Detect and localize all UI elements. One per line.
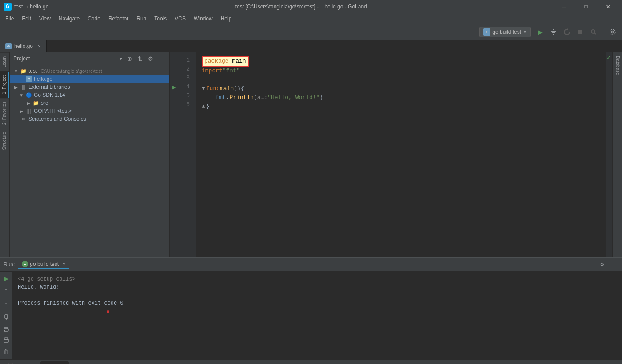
run-config-button[interactable]: ▶ go build test ▼ [479, 27, 531, 37]
window-title: test [C:\Users\tangleia\go\src\test] - .… [48, 4, 554, 10]
gutter-column: ▶ [170, 52, 179, 257]
run-output-cursor [18, 307, 617, 316]
run-wrap-btn[interactable] [1, 324, 11, 333]
tree-arrow-gopath[interactable]: ▶ [19, 108, 24, 114]
tree-item-hello-go[interactable]: ▶ G hello.go [10, 75, 169, 83]
run-scroll-up-btn[interactable]: ↑ [1, 285, 11, 295]
menu-run[interactable]: Run [133, 15, 150, 23]
run-rerun-btn[interactable]: ▶ [1, 273, 11, 283]
paren-4b: ) [237, 84, 241, 93]
menu-file[interactable]: File [2, 15, 17, 23]
menu-navigate[interactable]: Navigate [55, 15, 83, 23]
run-label: Run: [4, 261, 15, 268]
run-panel-collapse-btn[interactable]: ─ [609, 260, 618, 269]
menu-tools[interactable]: Tools [151, 15, 170, 23]
tree-item-gopath[interactable]: ▶ ||| GOPATH <test> [10, 107, 169, 115]
run-pin-btn[interactable] [1, 312, 11, 322]
tree-item-go-sdk[interactable]: ▼ 🔵 Go SDK 1.14 [10, 91, 169, 99]
menu-edit[interactable]: Edit [18, 15, 35, 23]
gutter-run-6 [170, 74, 179, 83]
run-output: <4 go setup calls> Hello, World! Process… [12, 272, 622, 359]
menu-window[interactable]: Window [190, 15, 216, 23]
panel-scroll-btn[interactable]: ⇅ [136, 54, 144, 63]
kw-func: func [206, 84, 220, 93]
tree-arrow-src[interactable]: ▶ [26, 100, 31, 106]
run-panel-settings-btn[interactable]: ⚙ [597, 260, 607, 269]
stop-button[interactable] [574, 26, 586, 38]
run-panel-actions: ⚙ ─ [597, 260, 618, 269]
menu-help[interactable]: Help [217, 15, 235, 23]
settings-button[interactable] [607, 26, 618, 38]
tree-label-ext-libs: External Libraries [28, 84, 70, 90]
svg-rect-0 [551, 31, 556, 32]
editor-content: ▶ 1 2 3 4 5 6 package main [170, 52, 612, 257]
run-scroll-down-btn[interactable]: ↓ [1, 297, 11, 306]
tree-path-test: C:\Users\tangleia\go\src\test [40, 68, 102, 74]
sidebar-tab-learn[interactable]: Learn [0, 52, 9, 71]
rerun-button[interactable] [561, 26, 573, 38]
bottom-tabs-bar: ⬛ Terminal ▶ 4: Run ☑ 6: TODO [0, 359, 622, 364]
fold-bracket-6[interactable]: ▲ [202, 102, 205, 111]
menu-bar: File Edit View Navigate Code Refactor Ru… [0, 13, 622, 24]
maximize-button[interactable]: □ [576, 1, 596, 12]
code-line-3 [202, 75, 601, 84]
cursor-dot [107, 310, 109, 313]
run-tab-close-icon[interactable]: ✕ [62, 262, 66, 267]
kw-import: import [202, 67, 223, 75]
run-output-hello: Hello, World! [18, 283, 617, 291]
tree-item-src[interactable]: ▶ 📁 src [10, 99, 169, 107]
tree-item-test-root[interactable]: ▼ 📁 test C:\Users\tangleia\go\src\test [10, 67, 169, 75]
run-tab-icon: ▶ [22, 261, 28, 267]
code-line-5: fmt . Println ( a…: "Hello, World!" ) [202, 93, 601, 102]
menu-refactor[interactable]: Refactor [105, 15, 132, 23]
run-config-icon: ▶ [483, 28, 490, 36]
minimize-button[interactable]: ─ [554, 1, 574, 12]
panel-collapse-btn[interactable]: ─ [157, 54, 166, 63]
code-editor[interactable]: package main import "fmt" ▼ func [196, 52, 606, 257]
run-print-btn[interactable] [1, 335, 11, 345]
space-4b: { [241, 84, 244, 93]
project-panel: Project ▼ ⊕ ⇅ ⚙ ─ ▼ 📁 test C:\Users\tang… [10, 52, 170, 257]
bottom-tab-terminal[interactable]: ⬛ Terminal [4, 361, 39, 364]
tree-arrow-go-sdk[interactable]: ▼ [19, 92, 24, 98]
panel-dropdown-icon[interactable]: ▼ [119, 56, 123, 61]
sidebar-tab-favorites[interactable]: 2: Favorites [0, 98, 9, 128]
menu-view[interactable]: View [36, 15, 54, 23]
str-hello: "Hello, World!" [267, 93, 319, 102]
tab-label: hello.go [14, 43, 33, 49]
run-button[interactable]: ▶ [534, 26, 546, 38]
fold-bracket-4[interactable]: ▼ [202, 84, 205, 93]
menu-code[interactable]: Code [84, 15, 104, 23]
folder-icon-src: 📁 [33, 100, 39, 106]
panel-add-btn[interactable]: ⊕ [125, 54, 134, 63]
tabs-bar: G hello.go ✕ [0, 40, 622, 52]
sidebar-tab-database[interactable]: Database [613, 52, 622, 79]
run-tab-go-build[interactable]: ▶ go build test ✕ [18, 260, 69, 269]
close-button[interactable]: ✕ [598, 1, 618, 12]
menu-vcs[interactable]: VCS [171, 15, 189, 23]
run-clear-btn[interactable]: 🗑 [1, 347, 11, 356]
sidebar-tab-project[interactable]: 1: Project [0, 71, 9, 98]
panel-settings-btn[interactable]: ⚙ [146, 54, 155, 63]
search-everywhere-button[interactable] [588, 26, 599, 38]
project-name: test [14, 4, 23, 10]
gutter-run-7[interactable]: ▶ [170, 83, 179, 91]
svg-rect-9 [5, 315, 8, 318]
tab-close-icon[interactable]: ✕ [37, 44, 41, 49]
pkg-fmt: fmt [215, 93, 226, 102]
build-button[interactable] [548, 26, 559, 38]
sidebar-tab-structure[interactable]: Structure [0, 128, 9, 154]
line-num-5: 5 [179, 91, 193, 100]
bottom-tab-todo[interactable]: ☑ 6: TODO [71, 361, 105, 364]
tree-item-external-libraries[interactable]: ▶ ||| External Libraries [10, 83, 169, 91]
tree-arrow-test[interactable]: ▼ [13, 68, 19, 74]
bottom-tab-run[interactable]: ▶ 4: Run [40, 361, 68, 364]
tree-arrow-ext-libs[interactable]: ▶ [13, 84, 19, 90]
tree-item-scratches[interactable]: ▶ ✏ Scratches and Consoles [10, 115, 169, 123]
svg-rect-12 [5, 338, 8, 340]
editor-tab-hello-go[interactable]: G hello.go ✕ [0, 40, 47, 52]
run-toolbar-divider [3, 309, 10, 309]
project-panel-title: Project [13, 55, 117, 62]
folder-icon-test: 📁 [20, 68, 27, 74]
svg-rect-1 [552, 32, 555, 33]
